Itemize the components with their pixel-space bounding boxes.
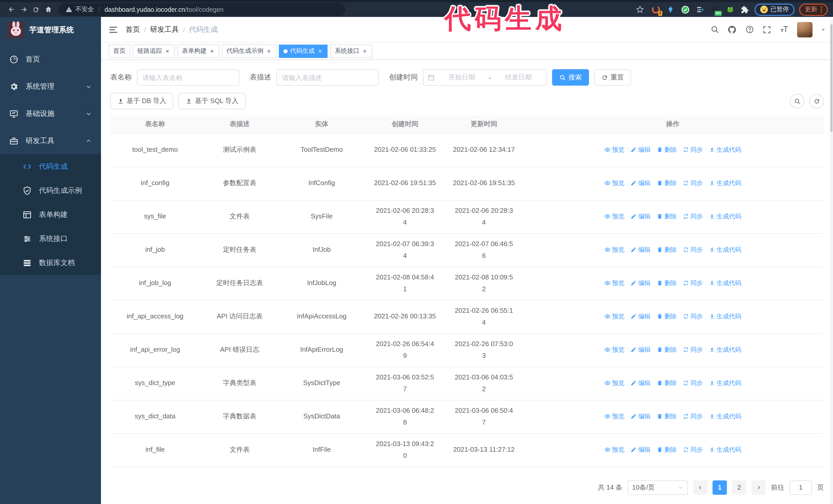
preview-link[interactable]: 预览 <box>604 411 624 422</box>
tab-代码生成示例[interactable]: 代码生成示例× <box>222 44 276 58</box>
preview-link[interactable]: 预览 <box>604 245 624 255</box>
next-page-button[interactable] <box>752 480 766 495</box>
preview-link[interactable]: 预览 <box>604 378 624 389</box>
delete-link[interactable]: 删除 <box>657 311 677 322</box>
tab-close-icon[interactable]: × <box>362 47 367 55</box>
chevron-down-icon[interactable] <box>821 27 826 32</box>
sync-link[interactable]: 同步 <box>683 378 703 389</box>
preview-link[interactable]: 预览 <box>604 278 624 289</box>
generate-link[interactable]: 生成代码 <box>709 278 741 289</box>
delete-link[interactable]: 删除 <box>657 411 677 422</box>
bookmark-star-button[interactable] <box>634 3 646 16</box>
sync-link[interactable]: 同步 <box>683 145 703 155</box>
sidebar-item-form-builder[interactable]: 表单构建 <box>0 202 101 226</box>
edit-link[interactable]: 编辑 <box>630 411 650 422</box>
extensions-puzzle-icon[interactable] <box>740 4 750 15</box>
import-db-button[interactable]: 基于 DB 导入 <box>110 93 173 109</box>
generate-link[interactable]: 生成代码 <box>709 378 741 389</box>
generate-link[interactable]: 生成代码 <box>709 411 741 422</box>
logo-row[interactable]: 芋道管理系统 <box>0 17 101 43</box>
edit-link[interactable]: 编辑 <box>630 378 650 389</box>
extension-gem-icon[interactable] <box>665 4 675 15</box>
extension-sliders-icon[interactable] <box>695 4 705 15</box>
sidebar-item-codegen-example[interactable]: 代码生成示例 <box>0 178 101 202</box>
help-button[interactable] <box>745 25 754 34</box>
delete-link[interactable]: 删除 <box>657 345 677 355</box>
edit-link[interactable]: 编辑 <box>630 311 650 322</box>
tab-链路追踪[interactable]: 链路追踪× <box>133 44 175 58</box>
edit-link[interactable]: 编辑 <box>630 245 650 255</box>
toggle-search-button[interactable] <box>790 94 804 108</box>
font-size-button[interactable] <box>780 25 789 34</box>
delete-link[interactable]: 删除 <box>657 278 677 289</box>
preview-link[interactable]: 预览 <box>604 311 624 322</box>
delete-link[interactable]: 删除 <box>657 145 677 155</box>
browser-update-button[interactable]: 更新 <box>799 3 828 16</box>
browser-forward-button[interactable] <box>18 3 30 16</box>
preview-link[interactable]: 预览 <box>604 178 624 189</box>
sidebar-item-home[interactable]: 首页 <box>0 46 101 73</box>
breadcrumb-dev-tools[interactable]: 研发工具 <box>150 25 179 34</box>
edit-link[interactable]: 编辑 <box>630 145 650 155</box>
breadcrumb-home[interactable]: 首页 <box>125 25 140 34</box>
table-name-input[interactable] <box>137 69 239 86</box>
kebab-menu-icon[interactable] <box>821 6 822 13</box>
sync-link[interactable]: 同步 <box>683 445 703 455</box>
import-sql-button[interactable]: 基于 SQL 导入 <box>178 93 246 109</box>
sidebar-item-dev-tools[interactable]: 研发工具 <box>0 127 101 154</box>
reset-button[interactable]: 重置 <box>594 69 631 86</box>
table-desc-input[interactable] <box>276 69 379 86</box>
preview-link[interactable]: 预览 <box>604 445 624 455</box>
page-button-1[interactable]: 1 <box>713 480 727 495</box>
edit-link[interactable]: 编辑 <box>630 445 650 455</box>
preview-link[interactable]: 预览 <box>604 145 624 155</box>
sync-link[interactable]: 同步 <box>683 411 703 422</box>
browser-reload-button[interactable] <box>30 3 42 16</box>
preview-link[interactable]: 预览 <box>604 212 624 222</box>
sidebar-item-system[interactable]: 系统管理 <box>0 73 101 100</box>
date-range-picker[interactable]: 开始日期 - 结束日期 <box>423 69 547 86</box>
tab-close-icon[interactable]: × <box>317 47 323 55</box>
generate-link[interactable]: 生成代码 <box>709 311 741 322</box>
extension-dark-icon[interactable]: on <box>710 4 720 15</box>
sidebar-item-infrastructure[interactable]: 基础设施 <box>0 100 101 127</box>
sidebar-item-codegen[interactable]: 代码生成 <box>0 154 101 178</box>
tab-首页[interactable]: 首页 <box>109 44 130 58</box>
sync-link[interactable]: 同步 <box>683 212 703 222</box>
delete-link[interactable]: 删除 <box>657 178 677 189</box>
extension-orange-icon[interactable]: 1 <box>650 4 661 15</box>
extension-green-animal-icon[interactable] <box>725 4 735 15</box>
sidebar-item-db-doc[interactable]: 数据库文档 <box>0 251 101 275</box>
edit-link[interactable]: 编辑 <box>630 278 650 289</box>
address-bar[interactable]: 不安全 dashboard.yudao.iocoder.cn /tool/cod… <box>58 3 346 16</box>
github-link[interactable] <box>728 25 737 34</box>
extension-vue-devtools-icon[interactable] <box>680 4 690 15</box>
tab-系统接口[interactable]: 系统接口× <box>330 44 372 58</box>
tab-代码生成[interactable]: 代码生成× <box>279 44 328 58</box>
search-button[interactable]: 搜索 <box>552 69 589 86</box>
tab-close-icon[interactable]: × <box>266 47 272 55</box>
prev-page-button[interactable] <box>693 480 708 495</box>
sync-link[interactable]: 同步 <box>683 245 703 255</box>
generate-link[interactable]: 生成代码 <box>709 345 741 355</box>
goto-page-input[interactable] <box>789 480 812 495</box>
sync-link[interactable]: 同步 <box>683 311 703 322</box>
page-size-select[interactable]: 10条/页 <box>627 480 688 495</box>
tab-close-icon[interactable]: × <box>209 47 215 55</box>
scrollbar-thumb[interactable] <box>830 24 832 132</box>
edit-link[interactable]: 编辑 <box>630 178 650 189</box>
user-avatar[interactable] <box>797 22 812 37</box>
page-button-2[interactable]: 2 <box>732 480 746 495</box>
generate-link[interactable]: 生成代码 <box>709 178 741 189</box>
tab-表单构建[interactable]: 表单构建× <box>177 44 219 58</box>
edit-link[interactable]: 编辑 <box>630 212 650 222</box>
generate-link[interactable]: 生成代码 <box>709 445 741 455</box>
edit-link[interactable]: 编辑 <box>630 345 650 355</box>
delete-link[interactable]: 删除 <box>657 212 677 222</box>
sync-link[interactable]: 同步 <box>683 178 703 189</box>
paused-extension-pill[interactable]: 已暂停 <box>755 3 794 16</box>
generate-link[interactable]: 生成代码 <box>709 212 741 222</box>
delete-link[interactable]: 删除 <box>657 245 677 255</box>
browser-back-button[interactable] <box>5 3 18 16</box>
hamburger-icon[interactable] <box>108 24 118 34</box>
